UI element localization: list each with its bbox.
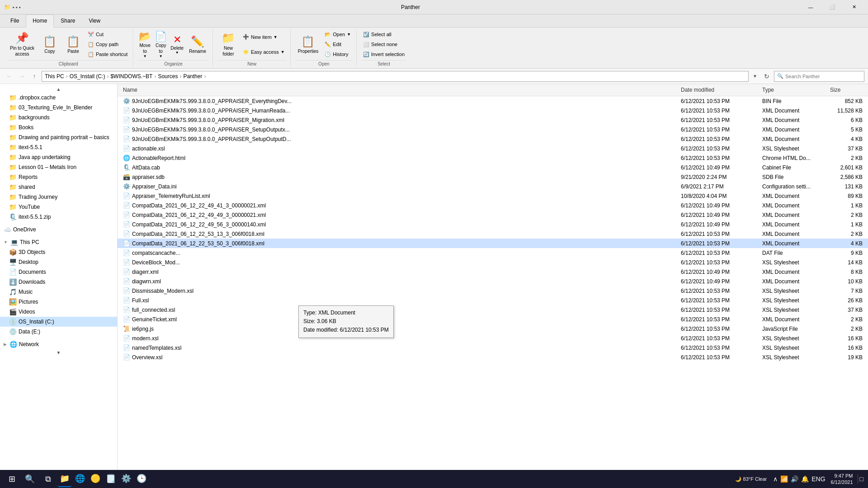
new-item-button[interactable]: ➕ New item ▼: [241, 33, 287, 41]
sidebar-item-this-pc[interactable]: ▼ 💻 This PC: [0, 237, 117, 247]
sidebar-item-downloads[interactable]: ⬇️ Downloads: [0, 277, 117, 287]
copy-path-button[interactable]: 📋 Copy path: [86, 41, 129, 48]
table-row[interactable]: 📄 Overview.xsl 6/12/2021 10:53 PM XSL St…: [118, 352, 868, 362]
pin-to-quick-access-button[interactable]: 📌 Pin to Quick access: [7, 30, 37, 59]
taskbar-file-explorer[interactable]: 📁: [58, 471, 71, 487]
sidebar-item-backgrounds[interactable]: 📁 backgrounds: [0, 113, 117, 122]
table-row[interactable]: 📄 CompatData_2021_06_12_22_49_56_3_00000…: [118, 220, 868, 229]
tab-home[interactable]: Home: [26, 14, 54, 28]
taskbar-chrome[interactable]: 🌐: [73, 471, 87, 487]
taskbar-clock-display[interactable]: 9:47 PM 6/12/2021: [828, 472, 856, 487]
addr-panther[interactable]: Panther: [183, 73, 202, 80]
table-row[interactable]: ⚙️ 9JnUoEGBmEKMIk7S.999.3.8.0.0_APPRAISE…: [118, 96, 868, 106]
table-row[interactable]: 📄 Full.xsl 6/12/2021 10:53 PM XSL Styles…: [118, 296, 868, 305]
table-row[interactable]: 📄 CompatData_2021_06_12_22_49_49_3_00000…: [118, 210, 868, 220]
header-date[interactable]: Date modified: [679, 86, 760, 94]
table-row[interactable]: 📄 9JnUoEGBmEKMIk7S.999.3.8.0.0_APPRAISER…: [118, 125, 868, 134]
back-button[interactable]: ←: [4, 71, 14, 82]
sidebar-item-lesson[interactable]: 📁 Lesson 01 – Metals Iron: [0, 162, 117, 172]
address-path[interactable]: This PC › OS_Install (C:) › $WINDOWS.~BT…: [42, 71, 749, 82]
chevron-up-icon[interactable]: ∧: [772, 474, 778, 483]
move-to-button[interactable]: 📂 Move to ▼: [138, 30, 152, 59]
table-row[interactable]: 📄 9JnUoEGBmEKMIk7S.999.3.8.0.0_APPRAISER…: [118, 106, 868, 115]
table-row[interactable]: 📄 9JnUoEGBmEKMIk7S.999.3.8.0.0_APPRAISER…: [118, 134, 868, 144]
delete-button[interactable]: ✕ Delete ▼: [170, 33, 184, 56]
table-row[interactable]: 📄 actionable.xsl 6/12/2021 10:53 PM XSL …: [118, 144, 868, 153]
addr-windows-bt[interactable]: $WINDOWS.~BT: [110, 73, 152, 80]
new-folder-button[interactable]: 📁 New folder: [217, 30, 239, 59]
tab-view[interactable]: View: [82, 14, 107, 27]
table-row[interactable]: 📄 compatscancache... 6/12/2021 10:53 PM …: [118, 248, 868, 258]
sidebar-item-os-install[interactable]: 💿 OS_Install (C:): [0, 317, 117, 327]
table-row[interactable]: 📄 Dissmissable_Modern.xsl 6/12/2021 10:5…: [118, 286, 868, 296]
taskbar-clock[interactable]: 🕒: [135, 471, 148, 487]
tab-file[interactable]: File: [4, 14, 26, 27]
task-view-button[interactable]: ⧉: [40, 471, 56, 487]
addr-dropdown-button[interactable]: ▼: [750, 71, 760, 82]
search-input[interactable]: [785, 74, 861, 79]
up-button[interactable]: ↑: [29, 71, 40, 82]
sidebar-item-itext[interactable]: 📁 itext-5.5.1: [0, 142, 117, 152]
sidebar-item-3d-objects[interactable]: 📦 3D Objects: [0, 247, 117, 257]
minimize-button[interactable]: —: [800, 0, 821, 14]
table-row[interactable]: 🗜️ AltData.cab 6/12/2021 10:49 PM Cabine…: [118, 163, 868, 172]
taskbar-files[interactable]: 🟡: [89, 471, 102, 487]
search-button[interactable]: 🔍: [22, 471, 38, 487]
copy-button-large[interactable]: 📋 Copy: [39, 33, 61, 56]
forward-button[interactable]: →: [16, 71, 27, 82]
language-indicator[interactable]: ENG: [811, 474, 826, 483]
sidebar-item-trading[interactable]: 📁 Trading Journey: [0, 192, 117, 202]
sidebar-scroll-down[interactable]: ▼: [0, 349, 117, 356]
open-button[interactable]: 📂 Open ▼: [323, 31, 353, 38]
table-row[interactable]: 📄 diagerr.xml 6/12/2021 10:49 PM XML Doc…: [118, 267, 868, 277]
taskbar-settings[interactable]: ⚙️: [119, 471, 133, 487]
table-row[interactable]: 📄 9JnUoEGBmEKMIk7S.999.3.8.0.0_APPRAISER…: [118, 115, 868, 125]
select-none-button[interactable]: ⬜ Select none: [361, 41, 406, 48]
header-type[interactable]: Type: [760, 86, 828, 94]
sidebar-item-pictures[interactable]: 🖼️ Pictures: [0, 297, 117, 307]
sidebar-item-music[interactable]: 🎵 Music: [0, 287, 117, 297]
table-row[interactable]: 📄 CompatData_2021_06_12_22_53_50_3_006f0…: [118, 239, 868, 248]
rename-button[interactable]: ✏️ Rename: [186, 33, 209, 56]
table-row[interactable]: ⚙️ Appraiser_Data.ini 6/9/2021 2:17 PM C…: [118, 182, 868, 191]
history-button[interactable]: 🕒 History: [323, 51, 353, 58]
table-row[interactable]: 📄 full_connected.xsl 6/12/2021 10:53 PM …: [118, 305, 868, 314]
easy-access-button[interactable]: ⭐ Easy access ▼: [241, 48, 287, 56]
addr-os-install[interactable]: OS_Install (C:): [70, 73, 105, 80]
sidebar-item-texturing[interactable]: 📁 03_Texturing_Evie_In_Blender: [0, 103, 117, 113]
table-row[interactable]: 📜 ie6png.js 6/12/2021 10:53 PM JavaScrip…: [118, 324, 868, 333]
header-size[interactable]: Size: [828, 86, 864, 94]
table-row[interactable]: 📄 CompatData_2021_06_12_22_49_41_3_00000…: [118, 201, 868, 210]
sidebar-scroll-up[interactable]: ▲: [0, 86, 117, 93]
table-row[interactable]: 📄 CompatData_2021_06_12_22_53_13_3_006f0…: [118, 229, 868, 239]
sidebar-item-java[interactable]: 📁 Java app undertaking: [0, 152, 117, 162]
sidebar-item-onedrive[interactable]: ☁️ OneDrive: [0, 225, 117, 235]
invert-selection-button[interactable]: 🔄 Invert selection: [361, 51, 406, 58]
cut-button[interactable]: ✂️ Cut: [86, 31, 129, 38]
sidebar-item-videos[interactable]: 🎬 Videos: [0, 307, 117, 317]
sidebar-item-youtube[interactable]: 📁 YouTube: [0, 202, 117, 212]
tab-share[interactable]: Share: [54, 14, 82, 27]
properties-button[interactable]: 📋 Properties: [295, 33, 321, 56]
sidebar-item-desktop[interactable]: 🖥️ Desktop: [0, 257, 117, 267]
battery-icon[interactable]: 🔔: [800, 474, 810, 483]
table-row[interactable]: 🗃️ appraiser.sdb 9/21/2020 2:24 PM SDB F…: [118, 172, 868, 182]
sidebar-item-books[interactable]: 📁 Books: [0, 122, 117, 132]
edit-button[interactable]: ✏️ Edit: [323, 41, 353, 48]
table-row[interactable]: 📄 DeviceBlock_Mod... 6/12/2021 10:53 PM …: [118, 258, 868, 267]
network-sys-icon[interactable]: 📶: [779, 474, 789, 483]
close-button[interactable]: ✕: [844, 0, 864, 14]
sidebar-item-reports[interactable]: 📁 Reports: [0, 172, 117, 182]
table-row[interactable]: 🌐 ActionableReport.html 6/12/2021 10:53 …: [118, 153, 868, 163]
sidebar-item-shared[interactable]: 📁 shared: [0, 182, 117, 192]
sidebar-item-documents[interactable]: 📄 Documents: [0, 267, 117, 277]
sidebar-item-data-e[interactable]: 💿 Data (E:): [0, 327, 117, 337]
show-desktop-button[interactable]: □: [858, 474, 864, 483]
taskbar-sticky-notes[interactable]: 🗒️: [104, 471, 118, 487]
header-name[interactable]: Name: [121, 86, 679, 94]
sidebar-item-dropbox-cache[interactable]: 📁 .dropbox.cache: [0, 93, 117, 103]
table-row[interactable]: 📄 modern.xsl 6/12/2021 10:53 PM XSL Styl…: [118, 333, 868, 343]
addr-sources[interactable]: Sources: [158, 73, 178, 80]
table-row[interactable]: 📄 Appraiser_TelemetryRunList.xml 10/8/20…: [118, 191, 868, 201]
maximize-button[interactable]: ⬜: [822, 0, 843, 14]
